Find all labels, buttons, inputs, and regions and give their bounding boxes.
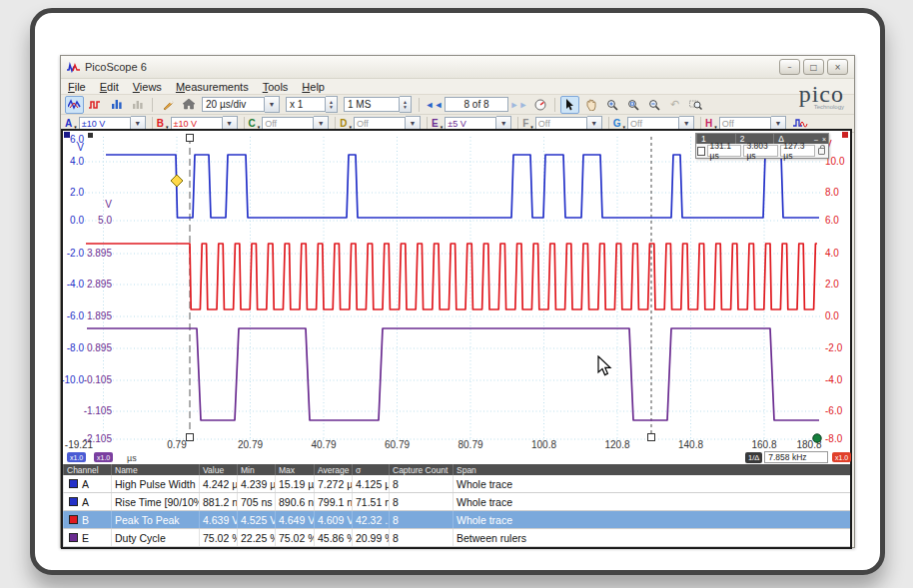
column-header-span[interactable]: Span — [453, 464, 840, 475]
timebase-dropdown-button[interactable]: ▼ — [265, 96, 280, 113]
hand-tool-button[interactable] — [581, 96, 600, 114]
ruler1-bottom-handle[interactable] — [187, 434, 194, 441]
measurement-cell-average: 4.609 V — [314, 511, 352, 528]
axis-handle-a — [64, 132, 70, 138]
wrench-icon — [162, 99, 174, 111]
measurement-cell-name: Rise Time [90/10%] — [111, 493, 199, 510]
measurement-cell-max: 15.19 µs — [275, 475, 314, 492]
measurement-cell-span: Whole trace — [453, 475, 840, 492]
menu-item-edit[interactable]: Edit — [93, 81, 126, 93]
measurements-header-row: ChannelNameValueMinMaxAverageσCapture Co… — [63, 464, 850, 475]
menu-item-measurements[interactable]: Measurements — [169, 81, 256, 93]
spectrum-mode-button[interactable] — [107, 96, 126, 114]
menu-item-file[interactable]: File — [61, 81, 93, 93]
waveform-channel-e[interactable] — [87, 328, 819, 420]
column-header-name[interactable]: Name — [111, 464, 199, 475]
legend-close-button[interactable]: × — [820, 136, 828, 143]
menu-item-views[interactable]: Views — [126, 81, 169, 93]
time-axis-tick: 20.79 — [238, 439, 263, 450]
measurement-cell-sigma: 20.99 % — [352, 529, 389, 546]
pointer-tool-button[interactable] — [560, 96, 579, 114]
axis-tick-b: -4.0 — [825, 374, 843, 385]
window-zoom-icon — [627, 99, 639, 111]
axis-tick-a: -6.0 — [67, 310, 85, 321]
axis-tick-b: 6.0 — [825, 215, 839, 226]
home-settings-button[interactable] — [179, 96, 198, 114]
sample-count-field[interactable]: 1 MS — [344, 97, 400, 112]
probe-setup-button[interactable] — [158, 96, 177, 114]
channel-label-b: B — [157, 118, 164, 129]
channel-color-swatch — [69, 533, 78, 542]
measurement-cell-min: 4.525 V — [237, 511, 275, 528]
ruler-legend-box[interactable]: 1 2 Δ – × 131.1 µs 3.803 µs 127.3 µs — [695, 133, 829, 159]
measurement-cell-average: 799.1 ns — [314, 493, 352, 510]
axis-drag-handle — [88, 133, 93, 138]
measurement-row-peak-to-peak[interactable]: BPeak To Peak4.639 V4.525 V4.649 V4.609 … — [63, 511, 850, 529]
measurement-cell-span: Between rulers — [453, 529, 840, 546]
measurement-cell-span: Whole trace — [453, 493, 840, 510]
column-header-value[interactable]: Value — [199, 464, 237, 475]
close-button[interactable]: × — [827, 59, 848, 75]
maximize-button[interactable]: □ — [803, 59, 824, 75]
pointer-arrow-icon — [565, 99, 575, 111]
axis-unit-e: V — [105, 199, 112, 210]
axis-tick-a: -4.0 — [67, 279, 85, 290]
lock-icon[interactable] — [818, 148, 825, 155]
minimize-button[interactable]: – — [779, 59, 800, 75]
axis-tick-e: -0.105 — [84, 374, 113, 385]
column-header-max[interactable]: Max — [275, 464, 314, 475]
buffer-navigator-button[interactable] — [530, 96, 549, 114]
sample-count-spinner[interactable]: ▲▼ — [400, 96, 412, 113]
axis-scale-badge-e[interactable]: x1.0 — [94, 452, 113, 462]
measurement-row-high-pulse-width[interactable]: AHigh Pulse Width4.242 µs4.239 µs15.19 µ… — [63, 475, 850, 493]
axis-tick-b: 2.0 — [825, 279, 839, 290]
channel-label-d: D — [340, 118, 347, 129]
column-header-average[interactable]: Average — [314, 464, 352, 475]
title-bar[interactable]: PicoScope 6 – □ × — [61, 56, 854, 79]
ruler2-bottom-handle[interactable] — [648, 434, 655, 441]
column-header--[interactable]: σ — [352, 464, 389, 475]
axis-scale-badge-a[interactable]: x1.0 — [67, 452, 86, 462]
menu-item-help[interactable]: Help — [295, 81, 332, 93]
window-zoom-tool-button[interactable] — [623, 96, 642, 114]
channel-label-e: E — [432, 118, 439, 129]
zoom-out-icon — [648, 99, 660, 111]
persistence-mode-button[interactable] — [86, 96, 105, 114]
axis-tick-e: 1.895 — [87, 310, 112, 321]
zoom-out-tool-button[interactable] — [644, 96, 663, 114]
horizontal-zoom-field[interactable]: x 1 — [286, 97, 326, 112]
measurement-row-duty-cycle[interactable]: EDuty Cycle75.02 %22.25 %75.02 %45.86 %2… — [63, 529, 850, 547]
time-unit-label: µs — [127, 453, 137, 463]
inverse-delta-value: 7.858 kHz — [764, 451, 828, 463]
horizontal-zoom-spinner[interactable]: ▲▼ — [326, 96, 338, 113]
waveform-plot[interactable]: V6.04.02.00.0-2.0-4.0-6.0-8.0-10.0V5.03.… — [63, 131, 850, 466]
toolbar-separator — [419, 98, 420, 112]
inverse-delta-label: 1/Δ — [745, 452, 762, 463]
measurement-row-rise-time-90-10-[interactable]: ARise Time [90/10%]881.2 ns705 ns890.6 n… — [63, 493, 850, 511]
ruler1-top-handle[interactable] — [187, 135, 194, 142]
channel-label-f: F — [522, 118, 528, 129]
column-header-channel[interactable]: Channel — [63, 464, 111, 475]
axis-scale-badge-b[interactable]: x1.0 — [832, 452, 851, 462]
prev-buffer-button[interactable]: ◄◄ — [425, 96, 444, 114]
channel-label-h: H — [705, 118, 712, 129]
menu-item-tools[interactable]: Tools — [256, 81, 296, 93]
channel-label-c: C — [249, 118, 256, 129]
zoom-overview-button[interactable] — [686, 96, 705, 114]
measurement-cell-average: 45.86 % — [314, 529, 352, 546]
scope-view-button[interactable] — [65, 96, 84, 114]
scope-display[interactable]: V6.04.02.00.0-2.0-4.0-6.0-8.0-10.0V5.03.… — [61, 129, 852, 464]
channel-color-swatch — [69, 479, 78, 488]
column-header-capture-count[interactable]: Capture Count — [389, 464, 453, 475]
ruler1-value: 131.1 µs — [707, 145, 742, 157]
hand-tool-icon — [585, 99, 596, 111]
axis-tick-a: 6.0 — [70, 134, 84, 145]
waveform-channel-a[interactable] — [106, 155, 819, 218]
column-header-min[interactable]: Min — [237, 464, 275, 475]
legend-minimize-button[interactable]: – — [812, 136, 820, 143]
zoom-in-tool-button[interactable] — [602, 96, 621, 114]
trigger-marker[interactable] — [171, 175, 183, 187]
next-buffer-button[interactable]: ►► — [509, 96, 528, 114]
measurement-cell-channel: A — [63, 493, 111, 510]
timebase-select[interactable]: 20 µs/div — [202, 97, 265, 112]
